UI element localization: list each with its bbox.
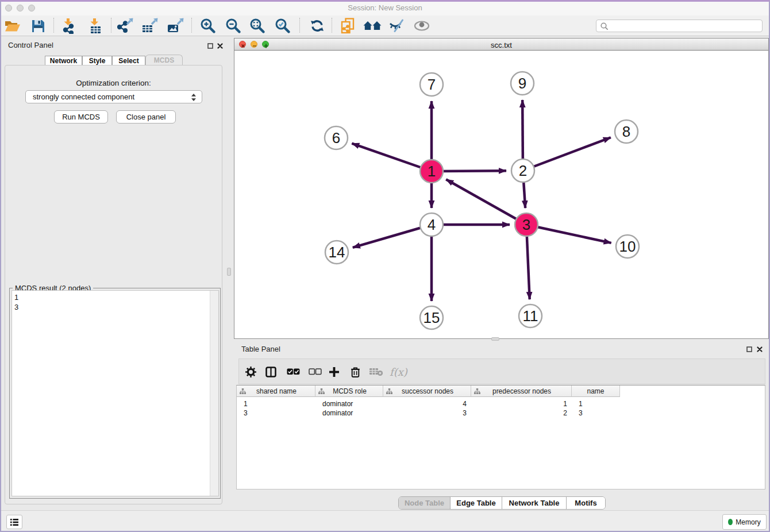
import-network-icon[interactable]: [60, 17, 78, 34]
close-panel-button[interactable]: Close panel: [116, 110, 176, 124]
control-tab-select[interactable]: Select: [112, 56, 145, 65]
control-panel-close-button[interactable]: [216, 42, 224, 50]
column-tree-icon: [240, 388, 246, 394]
delete-row-icon[interactable]: [351, 364, 360, 379]
home-icon[interactable]: [363, 17, 382, 34]
toolbar-separator: [332, 18, 332, 33]
zoom-in-icon[interactable]: [199, 17, 217, 34]
hide-eye-icon[interactable]: [388, 17, 405, 34]
destroy-table-icon[interactable]: [369, 364, 383, 379]
select-chevrons-icon: [191, 94, 196, 101]
application-window: Session: New Session: [0, 0, 770, 532]
memory-button[interactable]: Memory: [722, 514, 767, 530]
edge-4-14[interactable]: [353, 225, 432, 248]
control-tab-network[interactable]: Network: [45, 56, 82, 65]
search-icon: [600, 22, 609, 30]
table-settings-icon[interactable]: [245, 364, 256, 379]
zoom-selected-icon[interactable]: [274, 17, 291, 34]
network-canvas[interactable]: 7968124314101511: [234, 51, 768, 338]
table-tab-edge-table[interactable]: Edge Table: [451, 497, 502, 509]
edge-1-6[interactable]: [352, 144, 432, 171]
optimization-label: Optimization criterion:: [5, 79, 222, 87]
table-cell[interactable]: 3: [383, 409, 471, 418]
export-table-icon[interactable]: [142, 17, 159, 34]
column-header-successor-nodes[interactable]: successor nodes: [383, 385, 471, 397]
result-line: 1: [12, 292, 218, 302]
mcds-result-list[interactable]: 13: [11, 290, 219, 496]
function-builder-icon[interactable]: f(x): [390, 364, 407, 379]
edge-2-8[interactable]: [523, 137, 611, 171]
network-file-icon[interactable]: [340, 17, 357, 34]
table-header: shared nameMCDS rolesuccessor nodesprede…: [237, 385, 620, 397]
node-label-14: 14: [329, 244, 345, 261]
table-cell[interactable]: 3: [572, 409, 620, 418]
export-image-icon[interactable]: [167, 17, 184, 34]
edge-3-10[interactable]: [526, 225, 611, 243]
task-history-button[interactable]: [6, 515, 22, 529]
table-cell[interactable]: dominator: [315, 400, 383, 408]
status-bar: [0, 510, 770, 532]
run-mcds-button[interactable]: Run MCDS: [54, 110, 108, 124]
main-toolbar: [0, 16, 770, 36]
table-panel-close-button[interactable]: [756, 345, 764, 353]
edge-3-1[interactable]: [446, 179, 526, 225]
search-input[interactable]: [610, 21, 760, 31]
node-table: shared nameMCDS rolesuccessor nodesprede…: [236, 385, 765, 489]
table-row[interactable]: 3dominator323: [237, 409, 620, 418]
optimization-value: strongly connected component: [33, 92, 134, 101]
toolbar-separator: [111, 18, 111, 33]
result-line: 3: [12, 302, 218, 312]
table-cell[interactable]: 1: [237, 400, 315, 408]
control-panel-title: Control Panel: [8, 41, 53, 49]
import-table-icon[interactable]: [87, 17, 104, 34]
node-label-7: 7: [428, 76, 436, 93]
optimization-select[interactable]: strongly connected component: [25, 90, 202, 103]
table-cell[interactable]: 3: [237, 409, 315, 418]
refresh-view-icon[interactable]: [309, 17, 326, 34]
column-header-shared-name[interactable]: shared name: [237, 385, 315, 397]
node-label-15: 15: [424, 309, 440, 326]
table-cell[interactable]: 1: [572, 400, 620, 408]
table-cell[interactable]: 1: [471, 400, 572, 408]
deselect-all-icon[interactable]: [309, 364, 322, 379]
network-window-titlebar: scc.txt: [234, 38, 768, 51]
table-panel-float-button[interactable]: [745, 345, 753, 353]
table-tab-network-table[interactable]: Network Table: [502, 497, 567, 509]
search-box: [596, 20, 763, 32]
memory-status-icon: [728, 519, 733, 525]
splitter-handle-bottom[interactable]: [491, 337, 499, 341]
app-title: Session: New Session: [0, 3, 770, 12]
table-cell[interactable]: 4: [383, 400, 471, 408]
table-tab-motifs[interactable]: Motifs: [567, 497, 605, 509]
node-label-11: 11: [523, 307, 538, 325]
result-scrollbar[interactable]: [210, 291, 218, 496]
open-session-icon[interactable]: [4, 17, 21, 34]
table-row[interactable]: 1dominator411: [237, 400, 620, 408]
node-label-2: 2: [519, 162, 527, 179]
zoom-out-icon[interactable]: [225, 17, 242, 34]
column-header-name[interactable]: name: [572, 385, 620, 397]
network-window-title: scc.txt: [234, 41, 768, 49]
column-tree-icon: [318, 388, 325, 394]
memory-label: Memory: [736, 518, 760, 526]
column-tree-icon: [474, 388, 480, 394]
control-tab-style[interactable]: Style: [82, 56, 112, 65]
network-view-window: scc.txt 7968124314101511: [234, 38, 769, 339]
table-cell[interactable]: dominator: [315, 409, 383, 418]
table-tab-node-table[interactable]: Node Table: [399, 497, 451, 509]
column-header-MCDS-role[interactable]: MCDS role: [315, 385, 383, 397]
zoom-fit-icon[interactable]: [249, 17, 266, 34]
export-network-icon[interactable]: [117, 17, 134, 34]
node-label-1: 1: [428, 163, 436, 180]
add-row-icon[interactable]: [329, 364, 339, 379]
show-eye-icon[interactable]: [413, 17, 430, 34]
splitter-handle-left[interactable]: [227, 268, 231, 276]
control-tab-mcds[interactable]: MCDS: [145, 55, 183, 65]
control-panel-float-button[interactable]: [206, 42, 214, 50]
toggle-column-icon[interactable]: [265, 364, 276, 379]
table-cell[interactable]: 2: [471, 409, 572, 418]
select-all-icon[interactable]: [287, 364, 300, 379]
save-session-icon[interactable]: [29, 17, 47, 34]
column-header-predecessor-nodes[interactable]: predecessor nodes: [471, 385, 572, 397]
node-label-6: 6: [332, 129, 340, 147]
